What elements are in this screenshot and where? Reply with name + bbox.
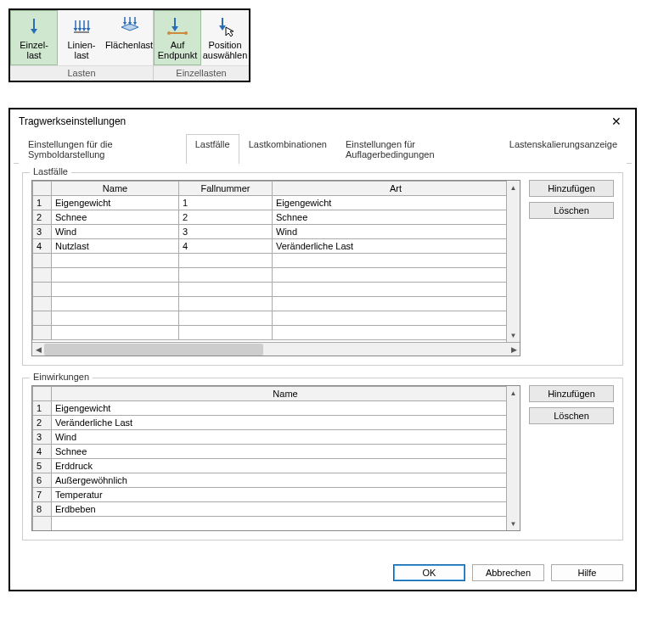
- tab-1[interactable]: Lastfälle: [186, 134, 239, 164]
- tab-3[interactable]: Einstellungen für Auflagerbedingungen: [336, 134, 500, 164]
- groupbox-einwirkungen: Einwirkungen Name 1Eigengewicht2Veränder…: [22, 378, 623, 540]
- ribbon-button-flaechenlast[interactable]: Flächenlast: [105, 10, 153, 65]
- row-number: 6: [33, 473, 52, 488]
- svg-marker-1: [31, 29, 37, 34]
- cell-fallnummer[interactable]: 1: [179, 196, 273, 210]
- cell-fallnummer[interactable]: 2: [179, 210, 273, 225]
- col-header-fallnummer[interactable]: Fallnummer: [179, 182, 273, 196]
- cell-art[interactable]: Wind: [273, 225, 520, 239]
- svg-point-22: [184, 31, 188, 35]
- ribbon-button-einzellast[interactable]: Einzel-last: [10, 10, 58, 65]
- col-header-rownum: [33, 387, 52, 401]
- table-row[interactable]: 6Außergewöhnlich: [33, 473, 520, 488]
- table-row[interactable]: 4Schnee: [33, 445, 520, 459]
- table-row[interactable]: 1Eigengewicht: [33, 401, 520, 416]
- einzellast-icon: [22, 14, 46, 38]
- table-row[interactable]: 3Wind3Wind: [33, 225, 520, 239]
- ribbon-button-label: Einzel-last: [20, 40, 48, 60]
- cell-art[interactable]: Eigengewicht: [273, 196, 520, 210]
- cell-fallnummer[interactable]: 3: [179, 225, 273, 239]
- cell-name[interactable]: Außergewöhnlich: [52, 473, 520, 488]
- scroll-right-icon[interactable]: ▶: [508, 343, 520, 356]
- cell-art[interactable]: Veränderliche Last: [273, 239, 520, 254]
- col-header-name[interactable]: Name: [52, 182, 179, 196]
- scroll-down-icon[interactable]: ▼: [507, 517, 520, 530]
- row-number: 4: [33, 239, 52, 254]
- scroll-up-icon[interactable]: ▲: [507, 181, 520, 194]
- col-header-art[interactable]: Art: [273, 182, 520, 196]
- svg-marker-25: [226, 27, 233, 36]
- svg-marker-10: [87, 28, 91, 31]
- dialog-title: Tragwerkseinstellungen: [19, 115, 126, 127]
- ribbon-button-label: AufEndpunkt: [158, 40, 197, 60]
- cell-name[interactable]: Wind: [52, 225, 179, 239]
- table-row[interactable]: 4Nutzlast4Veränderliche Last: [33, 239, 520, 254]
- table-row[interactable]: 7Temperatur: [33, 488, 520, 502]
- table-row[interactable]: 1Eigengewicht1Eigengewicht: [33, 196, 520, 210]
- scroll-left-icon[interactable]: ◀: [32, 343, 44, 356]
- col-header-rownum: [33, 182, 52, 196]
- help-button[interactable]: Hilfe: [551, 564, 623, 581]
- scroll-down-icon[interactable]: ▼: [507, 328, 520, 342]
- cell-name[interactable]: Erdbeben: [52, 502, 520, 517]
- table-row[interactable]: 2Schnee2Schnee: [33, 210, 520, 225]
- row-number: 2: [33, 210, 52, 225]
- cell-name[interactable]: Erddruck: [52, 459, 520, 473]
- ribbon-group-lasten: Einzel-lastLinien-lastFlächenlast Lasten: [10, 10, 153, 81]
- table-row-empty: [33, 268, 520, 283]
- scroll-thumb[interactable]: [44, 344, 263, 356]
- cell-name[interactable]: Eigengewicht: [52, 196, 179, 210]
- cell-name[interactable]: Wind: [52, 430, 520, 445]
- linienlast-icon: [70, 14, 93, 38]
- table-scroll-einwirkungen[interactable]: Name 1Eigengewicht2Veränderliche Last3Wi…: [32, 386, 520, 530]
- col-header-name[interactable]: Name: [52, 387, 520, 401]
- svg-marker-6: [78, 28, 82, 31]
- cancel-button[interactable]: Abbrechen: [472, 564, 544, 581]
- ribbon-group-einzellasten: AufEndpunktPositionauswählen Einzellaste…: [154, 10, 249, 81]
- table-scroll-lastfaelle[interactable]: Name Fallnummer Art 1Eigengewicht1Eigeng…: [32, 181, 520, 342]
- ribbon-button-label: Flächenlast: [105, 40, 153, 50]
- ribbon-group-label-einzellasten: Einzellasten: [154, 65, 249, 81]
- hscrollbar-lastfaelle[interactable]: ◀ ▶: [32, 342, 520, 356]
- tab-0[interactable]: Einstellungen für die Symboldarstellung: [19, 134, 186, 164]
- vscrollbar-einwirkungen[interactable]: ▲ ▼: [506, 386, 520, 530]
- table-row[interactable]: 3Wind: [33, 430, 520, 445]
- cell-name[interactable]: Eigengewicht: [52, 401, 520, 416]
- tab-2[interactable]: Lastkombinationen: [239, 134, 336, 164]
- table-row-empty: [33, 297, 520, 311]
- vscrollbar-lastfaelle[interactable]: ▲ ▼: [506, 181, 520, 342]
- cell-name[interactable]: Nutzlast: [52, 239, 179, 254]
- delete-einwirkung-button[interactable]: Löschen: [529, 407, 614, 424]
- ribbon-button-label: Positionauswählen: [203, 40, 248, 60]
- row-number: 8: [33, 502, 52, 517]
- ribbon-button-endpunkt[interactable]: AufEndpunkt: [154, 10, 201, 65]
- ribbon-button-linienlast[interactable]: Linien-last: [58, 10, 105, 65]
- delete-lastfall-button[interactable]: Löschen: [529, 202, 614, 219]
- add-lastfall-button[interactable]: Hinzufügen: [529, 180, 614, 197]
- endpunkt-icon: [166, 14, 189, 38]
- scroll-up-icon[interactable]: ▲: [507, 386, 520, 400]
- close-icon[interactable]: ✕: [606, 115, 627, 128]
- table-row[interactable]: 8Erdbeben: [33, 502, 520, 517]
- table-row-empty: [33, 326, 520, 340]
- cell-name[interactable]: Veränderliche Last: [52, 416, 520, 430]
- ok-button[interactable]: OK: [393, 564, 465, 581]
- table-wrap-einwirkungen: Name 1Eigengewicht2Veränderliche Last3Wi…: [31, 385, 520, 531]
- cell-name[interactable]: Schnee: [52, 210, 179, 225]
- ribbon-button-position[interactable]: Positionauswählen: [201, 10, 249, 65]
- dialog-content: Lastfälle Name Fallnummer Art 1Eigen: [10, 164, 635, 559]
- table-row[interactable]: 2Veränderliche Last: [33, 416, 520, 430]
- cell-name[interactable]: Schnee: [52, 445, 520, 459]
- groupbox-title-einwirkungen: Einwirkungen: [30, 372, 93, 382]
- cell-name[interactable]: Temperatur: [52, 488, 520, 502]
- cell-art[interactable]: Schnee: [273, 210, 520, 225]
- table-row[interactable]: 5Erddruck: [33, 459, 520, 473]
- tab-4[interactable]: Lastenskalierungsanzeige: [500, 134, 627, 164]
- table-wrap-lastfaelle: Name Fallnummer Art 1Eigengewicht1Eigeng…: [31, 180, 520, 356]
- row-number: 4: [33, 445, 52, 459]
- add-einwirkung-button[interactable]: Hinzufügen: [529, 385, 614, 402]
- svg-marker-8: [82, 28, 87, 31]
- cell-fallnummer[interactable]: 4: [179, 239, 273, 254]
- tabstrip: Einstellungen für die SymboldarstellungL…: [14, 133, 632, 164]
- groupbox-lastfaelle: Lastfälle Name Fallnummer Art 1Eigen: [22, 172, 623, 366]
